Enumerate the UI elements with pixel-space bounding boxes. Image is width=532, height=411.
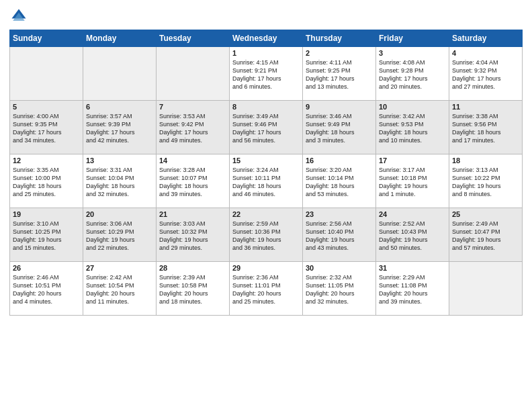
weekday-header-friday: Friday <box>376 30 449 47</box>
day-number: 22 <box>232 210 300 218</box>
calendar-cell: 28Sunrise: 2:39 AM Sunset: 10:58 PM Dayl… <box>157 262 230 316</box>
day-number: 24 <box>379 210 446 218</box>
calendar-cell: 5Sunrise: 4:00 AM Sunset: 9:35 PM Daylig… <box>10 101 83 154</box>
day-info: Sunrise: 4:15 AM Sunset: 9:21 PM Dayligh… <box>232 58 300 91</box>
weekday-header-row: SundayMondayTuesdayWednesdayThursdayFrid… <box>10 30 523 47</box>
calendar-cell: 30Sunrise: 2:32 AM Sunset: 11:05 PM Dayl… <box>303 262 376 316</box>
day-number: 5 <box>13 103 80 111</box>
day-number: 4 <box>452 49 519 57</box>
calendar-cell: 25Sunrise: 2:49 AM Sunset: 10:47 PM Dayl… <box>449 208 523 262</box>
calendar-cell: 4Sunrise: 4:04 AM Sunset: 9:32 PM Daylig… <box>449 47 523 101</box>
weekday-header-tuesday: Tuesday <box>157 30 230 47</box>
day-number: 21 <box>159 210 226 218</box>
day-number: 2 <box>306 49 373 57</box>
calendar-cell: 31Sunrise: 2:29 AM Sunset: 11:08 PM Dayl… <box>376 262 449 316</box>
calendar-cell <box>83 47 157 101</box>
day-number: 18 <box>452 156 519 165</box>
calendar-cell: 10Sunrise: 3:42 AM Sunset: 9:53 PM Dayli… <box>376 101 449 154</box>
day-info: Sunrise: 3:49 AM Sunset: 9:46 PM Dayligh… <box>232 112 300 145</box>
calendar-cell: 1Sunrise: 4:15 AM Sunset: 9:21 PM Daylig… <box>230 47 303 101</box>
calendar-cell <box>10 47 83 101</box>
calendar-cell: 26Sunrise: 2:46 AM Sunset: 10:51 PM Dayl… <box>10 262 83 316</box>
day-info: Sunrise: 2:29 AM Sunset: 11:08 PM Daylig… <box>379 273 446 306</box>
day-info: Sunrise: 3:28 AM Sunset: 10:07 PM Daylig… <box>159 166 226 199</box>
day-info: Sunrise: 2:56 AM Sunset: 10:40 PM Daylig… <box>306 220 373 253</box>
calendar-cell: 15Sunrise: 3:24 AM Sunset: 10:11 PM Dayl… <box>230 154 303 208</box>
day-info: Sunrise: 3:38 AM Sunset: 9:56 PM Dayligh… <box>452 112 519 145</box>
calendar-cell: 13Sunrise: 3:31 AM Sunset: 10:04 PM Dayl… <box>83 154 157 208</box>
day-info: Sunrise: 3:17 AM Sunset: 10:18 PM Daylig… <box>379 166 446 199</box>
day-info: Sunrise: 3:42 AM Sunset: 9:53 PM Dayligh… <box>379 112 446 145</box>
day-number: 27 <box>86 264 153 272</box>
weekday-header-sunday: Sunday <box>10 30 83 47</box>
calendar-cell: 20Sunrise: 3:06 AM Sunset: 10:29 PM Dayl… <box>83 208 157 262</box>
day-number: 10 <box>379 103 446 111</box>
weekday-header-thursday: Thursday <box>303 30 376 47</box>
day-info: Sunrise: 3:46 AM Sunset: 9:49 PM Dayligh… <box>306 112 373 145</box>
calendar-cell: 22Sunrise: 2:59 AM Sunset: 10:36 PM Dayl… <box>230 208 303 262</box>
day-number: 17 <box>379 156 446 165</box>
calendar-week-row: 19Sunrise: 3:10 AM Sunset: 10:25 PM Dayl… <box>10 208 523 262</box>
calendar-week-row: 12Sunrise: 3:35 AM Sunset: 10:00 PM Dayl… <box>10 154 523 208</box>
calendar-cell: 18Sunrise: 3:13 AM Sunset: 10:22 PM Dayl… <box>449 154 523 208</box>
day-info: Sunrise: 2:59 AM Sunset: 10:36 PM Daylig… <box>232 220 300 253</box>
day-info: Sunrise: 4:11 AM Sunset: 9:25 PM Dayligh… <box>306 58 373 91</box>
day-info: Sunrise: 2:46 AM Sunset: 10:51 PM Daylig… <box>13 273 80 306</box>
day-info: Sunrise: 2:49 AM Sunset: 10:47 PM Daylig… <box>452 220 519 253</box>
day-number: 23 <box>306 210 373 218</box>
header <box>9 7 523 26</box>
day-number: 15 <box>232 156 300 165</box>
day-number: 26 <box>13 264 80 272</box>
day-info: Sunrise: 2:39 AM Sunset: 10:58 PM Daylig… <box>159 273 226 306</box>
calendar-cell: 17Sunrise: 3:17 AM Sunset: 10:18 PM Dayl… <box>376 154 449 208</box>
day-info: Sunrise: 2:32 AM Sunset: 11:05 PM Daylig… <box>306 273 373 306</box>
weekday-header-saturday: Saturday <box>449 30 523 47</box>
day-info: Sunrise: 3:24 AM Sunset: 10:11 PM Daylig… <box>232 166 300 199</box>
day-info: Sunrise: 3:03 AM Sunset: 10:32 PM Daylig… <box>159 220 226 253</box>
day-info: Sunrise: 4:08 AM Sunset: 9:28 PM Dayligh… <box>379 58 446 91</box>
calendar-cell: 27Sunrise: 2:42 AM Sunset: 10:54 PM Dayl… <box>83 262 157 316</box>
page: SundayMondayTuesdayWednesdayThursdayFrid… <box>0 0 532 322</box>
calendar-cell: 14Sunrise: 3:28 AM Sunset: 10:07 PM Dayl… <box>157 154 230 208</box>
day-number: 30 <box>306 264 373 272</box>
calendar-week-row: 5Sunrise: 4:00 AM Sunset: 9:35 PM Daylig… <box>10 101 523 154</box>
day-number: 3 <box>379 49 446 57</box>
weekday-header-wednesday: Wednesday <box>230 30 303 47</box>
calendar-cell: 24Sunrise: 2:52 AM Sunset: 10:43 PM Dayl… <box>376 208 449 262</box>
calendar-cell: 19Sunrise: 3:10 AM Sunset: 10:25 PM Dayl… <box>10 208 83 262</box>
day-info: Sunrise: 3:06 AM Sunset: 10:29 PM Daylig… <box>86 220 153 253</box>
calendar-cell: 7Sunrise: 3:53 AM Sunset: 9:42 PM Daylig… <box>157 101 230 154</box>
calendar-cell: 6Sunrise: 3:57 AM Sunset: 9:39 PM Daylig… <box>83 101 157 154</box>
day-number: 9 <box>306 103 373 111</box>
logo <box>9 7 31 26</box>
day-info: Sunrise: 3:35 AM Sunset: 10:00 PM Daylig… <box>13 166 80 199</box>
calendar-cell: 23Sunrise: 2:56 AM Sunset: 10:40 PM Dayl… <box>303 208 376 262</box>
day-info: Sunrise: 3:20 AM Sunset: 10:14 PM Daylig… <box>306 166 373 199</box>
day-number: 8 <box>232 103 300 111</box>
calendar-cell: 8Sunrise: 3:49 AM Sunset: 9:46 PM Daylig… <box>230 101 303 154</box>
day-info: Sunrise: 3:57 AM Sunset: 9:39 PM Dayligh… <box>86 112 153 145</box>
calendar-week-row: 26Sunrise: 2:46 AM Sunset: 10:51 PM Dayl… <box>10 262 523 316</box>
calendar-cell <box>157 47 230 101</box>
day-number: 7 <box>159 103 226 111</box>
day-info: Sunrise: 2:36 AM Sunset: 11:01 PM Daylig… <box>232 273 300 306</box>
day-number: 28 <box>159 264 226 272</box>
calendar-cell: 9Sunrise: 3:46 AM Sunset: 9:49 PM Daylig… <box>303 101 376 154</box>
day-info: Sunrise: 3:10 AM Sunset: 10:25 PM Daylig… <box>13 220 80 253</box>
day-number: 29 <box>232 264 300 272</box>
calendar-cell: 11Sunrise: 3:38 AM Sunset: 9:56 PM Dayli… <box>449 101 523 154</box>
day-number: 12 <box>13 156 80 165</box>
logo-icon <box>9 7 28 26</box>
day-info: Sunrise: 2:52 AM Sunset: 10:43 PM Daylig… <box>379 220 446 253</box>
day-number: 25 <box>452 210 519 218</box>
day-info: Sunrise: 3:13 AM Sunset: 10:22 PM Daylig… <box>452 166 519 199</box>
calendar-cell: 12Sunrise: 3:35 AM Sunset: 10:00 PM Dayl… <box>10 154 83 208</box>
calendar-cell: 16Sunrise: 3:20 AM Sunset: 10:14 PM Dayl… <box>303 154 376 208</box>
calendar-cell <box>449 262 523 316</box>
day-info: Sunrise: 3:31 AM Sunset: 10:04 PM Daylig… <box>86 166 153 199</box>
day-info: Sunrise: 2:42 AM Sunset: 10:54 PM Daylig… <box>86 273 153 306</box>
calendar-cell: 21Sunrise: 3:03 AM Sunset: 10:32 PM Dayl… <box>157 208 230 262</box>
calendar-table: SundayMondayTuesdayWednesdayThursdayFrid… <box>9 30 523 316</box>
calendar-week-row: 1Sunrise: 4:15 AM Sunset: 9:21 PM Daylig… <box>10 47 523 101</box>
day-number: 20 <box>86 210 153 218</box>
